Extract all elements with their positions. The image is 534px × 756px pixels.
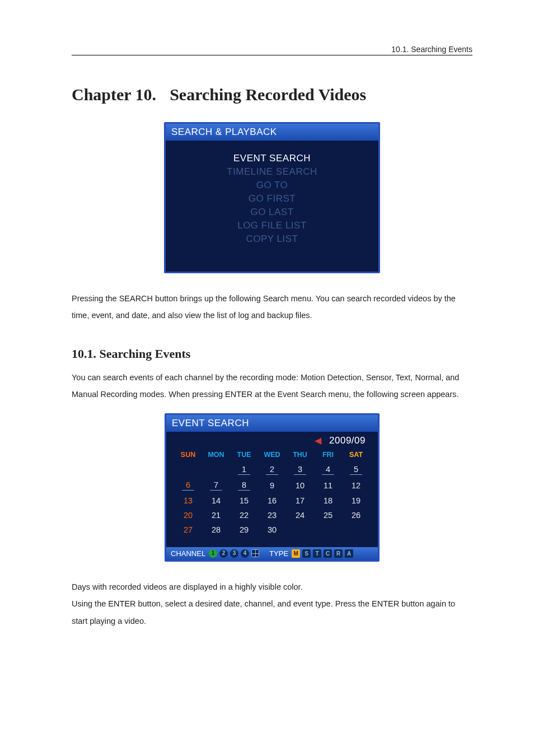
calendar-day[interactable]: 30 <box>258 522 286 537</box>
calendar-day[interactable]: 13 <box>174 493 202 508</box>
calendar-day[interactable]: 3 <box>286 462 314 478</box>
calendar-day[interactable]: 7 <box>202 478 230 493</box>
calendar-day[interactable]: 8 <box>230 478 258 493</box>
calendar-day <box>342 522 370 537</box>
calendar-day[interactable]: 14 <box>202 493 230 508</box>
calendar-table: SUNMONTUEWEDTHUFRISAT 123456789101112131… <box>174 449 370 537</box>
menu-item-5[interactable]: LOG FILE LIST <box>170 219 374 232</box>
calendar-day[interactable]: 24 <box>286 508 314 522</box>
calendar-day <box>174 462 202 478</box>
type-badge-c[interactable]: C <box>324 549 332 558</box>
calendar-day <box>286 522 314 537</box>
channel-label: CHANNEL <box>171 549 205 558</box>
calendar-day[interactable]: 25 <box>314 508 342 522</box>
menu-item-2[interactable]: GO TO <box>170 179 374 192</box>
calendar-day[interactable]: 19 <box>342 493 370 508</box>
calendar-day[interactable]: 22 <box>230 508 258 522</box>
section-title: Searching Events <box>100 347 191 361</box>
calendar-day[interactable]: 9 <box>258 478 286 493</box>
paragraph-2: You can search events of each channel by… <box>72 369 472 403</box>
weekday-thu: THU <box>286 449 314 462</box>
weekday-tue: TUE <box>230 449 258 462</box>
calendar-day[interactable]: 23 <box>258 508 286 522</box>
type-badge-a[interactable]: A <box>345 549 353 558</box>
menu-item-0[interactable]: EVENT SEARCH <box>170 152 374 165</box>
calendar-day[interactable]: 12 <box>342 478 370 493</box>
calendar-day[interactable]: 15 <box>230 493 258 508</box>
calendar-day[interactable]: 21 <box>202 508 230 522</box>
weekday-mon: MON <box>202 449 230 462</box>
calendar-day[interactable]: 2 <box>258 462 286 478</box>
weekday-sat: SAT <box>342 449 370 462</box>
prev-month-icon[interactable]: ◀ <box>315 435 322 446</box>
type-badge-m[interactable]: M <box>292 549 300 558</box>
menu-item-6[interactable]: COPY LIST <box>170 232 374 246</box>
calendar-day[interactable]: 16 <box>258 493 286 508</box>
calendar-day[interactable]: 4 <box>314 462 342 478</box>
calendar-day[interactable]: 17 <box>286 493 314 508</box>
event-search-panel: EVENT SEARCH ◀ 2009/09 SUNMONTUEWEDTHUFR… <box>165 413 380 562</box>
weekday-wed: WED <box>258 449 286 462</box>
menu-item-4[interactable]: GO LAST <box>170 206 374 219</box>
type-badge-s[interactable]: S <box>302 549 311 558</box>
paragraph-3b: Using the ENTER button, select a desired… <box>72 595 472 629</box>
panel-title: SEARCH & PLAYBACK <box>166 124 378 141</box>
calendar-day[interactable]: 11 <box>314 478 342 493</box>
channel-badge-3[interactable]: 3 <box>230 549 238 558</box>
type-badge-r[interactable]: R <box>334 549 343 558</box>
channel-badge-4[interactable]: 4 <box>241 549 249 558</box>
weekday-fri: FRI <box>314 449 342 462</box>
calendar-day[interactable]: 5 <box>342 462 370 478</box>
paragraph-3a: Days with recorded videos are displayed … <box>72 578 472 595</box>
calendar-day <box>202 462 230 478</box>
calendar-day[interactable]: 29 <box>230 522 258 537</box>
search-playback-panel: SEARCH & PLAYBACK EVENT SEARCHTIMELINE S… <box>164 122 380 273</box>
channel-badge-2[interactable]: 2 <box>219 549 228 558</box>
calendar-day[interactable]: 6 <box>174 478 202 493</box>
chapter-heading: Chapter 10. Searching Recorded Videos <box>72 83 472 105</box>
calendar-day[interactable]: 1 <box>230 462 258 478</box>
event-panel-title: EVENT SEARCH <box>166 415 378 432</box>
calendar-day[interactable]: 20 <box>174 508 202 522</box>
page-header: 10.1. Searching Events <box>72 45 472 55</box>
calendar-day[interactable]: 27 <box>174 522 202 537</box>
calendar-day[interactable]: 26 <box>342 508 370 522</box>
header-right: 10.1. Searching Events <box>391 45 472 54</box>
channel-badge-1[interactable]: 1 <box>209 549 217 558</box>
grid-icon[interactable] <box>251 549 259 557</box>
month-label: 2009/09 <box>329 435 366 446</box>
section-heading: 10.1. Searching Events <box>72 347 472 361</box>
paragraph-1: Pressing the SEARCH button brings up the… <box>72 290 472 324</box>
menu-item-3[interactable]: GO FIRST <box>170 192 374 206</box>
menu-list: EVENT SEARCHTIMELINE SEARCHGO TOGO FIRST… <box>166 141 378 272</box>
chapter-number: Chapter 10. <box>72 83 170 105</box>
calendar-day[interactable]: 18 <box>314 493 342 508</box>
weekday-sun: SUN <box>174 449 202 462</box>
event-bottom-bar: CHANNEL1234TYPEMSTCRA <box>166 547 378 560</box>
calendar-day[interactable]: 28 <box>202 522 230 537</box>
calendar-day <box>314 522 342 537</box>
chapter-title: Searching Recorded Videos <box>170 83 366 105</box>
menu-item-1[interactable]: TIMELINE SEARCH <box>170 165 374 179</box>
section-number: 10.1. <box>72 347 96 361</box>
type-label: TYPE <box>269 549 288 558</box>
calendar-day[interactable]: 10 <box>286 478 314 493</box>
type-badge-t[interactable]: T <box>313 549 321 558</box>
